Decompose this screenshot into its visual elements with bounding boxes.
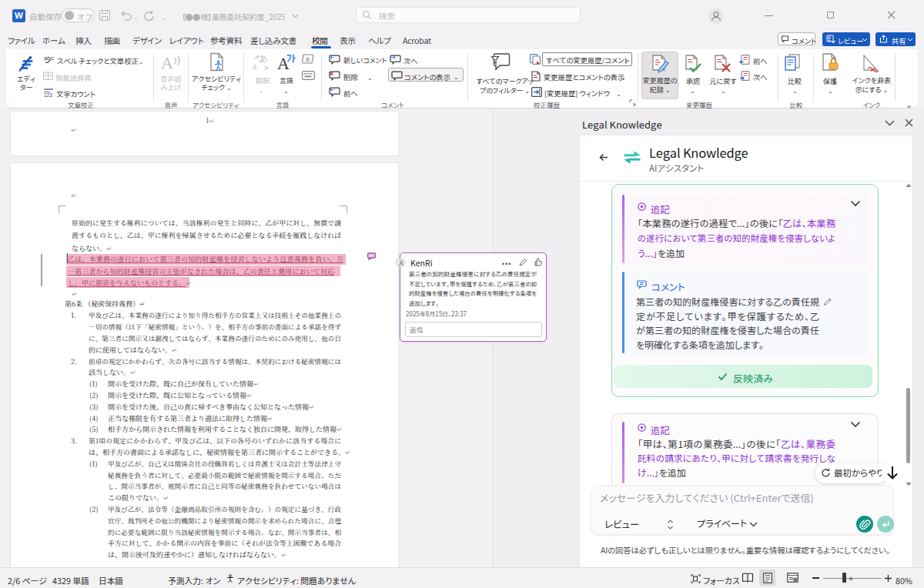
svg-text:a: a <box>253 61 257 71</box>
svg-text:abc: abc <box>44 55 54 62</box>
svg-text:123: 123 <box>44 92 52 97</box>
svg-text:あ: あ <box>305 55 310 63</box>
svg-text:あ: あ <box>259 54 268 65</box>
svg-text:A: A <box>161 53 173 72</box>
svg-text:A: A <box>277 54 290 72</box>
